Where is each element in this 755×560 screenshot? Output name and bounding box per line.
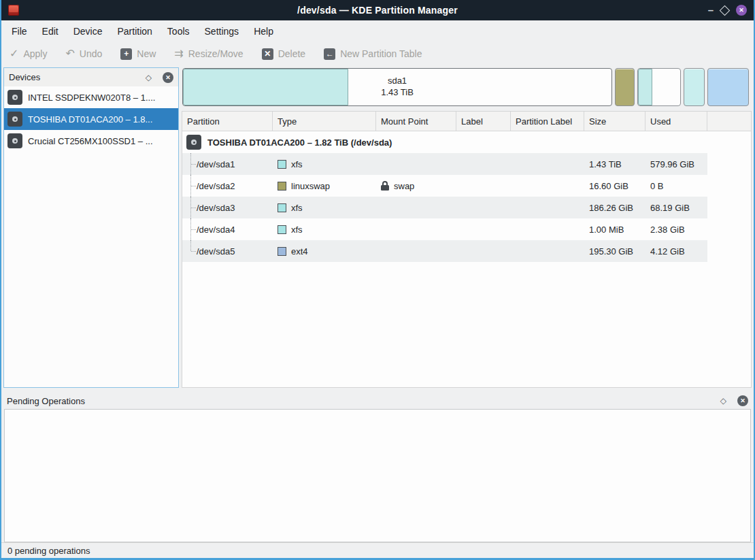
device-list-item-toshiba[interactable]: TOSHIBA DT01ACA200 – 1.8... [4,108,178,130]
menu-help[interactable]: Help [246,23,281,39]
hard-drive-icon [7,112,22,127]
filesystem-type: xfs [291,203,303,213]
device-group-label: TOSHIBA DT01ACA200 – 1.82 TiB (/dev/sda) [207,137,392,148]
delete-label: Delete [278,48,305,59]
label-cell [456,153,511,175]
delete-icon: ✕ [262,48,273,60]
mount-point-cell [376,153,456,175]
app-icon [8,5,19,16]
device-list-item-crucial[interactable]: Crucial CT256MX100SSD1 – ... [4,130,178,152]
partition-bar-block-sda5[interactable] [707,68,749,106]
table-row-sda3[interactable]: /dev/sda3 xfs 186.26 GiB 68.19 GiB [182,197,707,218]
mount-point-cell [376,218,456,240]
size-value: 1.43 TiB [589,159,622,169]
column-header-partition-label[interactable]: Partition Label [511,112,584,131]
menu-tools[interactable]: Tools [160,23,197,39]
label-cell [456,218,511,240]
table-header: Partition Type Mount Point Label Partiti… [182,112,751,131]
size-cell: 186.26 GiB [584,197,645,218]
new-partition-table-label: New Partition Table [340,48,422,59]
hard-drive-icon [7,90,22,105]
size-cell: 195.30 GiB [584,240,645,262]
column-header-partition[interactable]: Partition [182,112,273,131]
menu-file[interactable]: File [4,23,35,39]
status-text: 0 pending operations [7,546,90,556]
menu-edit[interactable]: Edit [35,23,66,39]
filesystem-type: linuxswap [291,181,330,191]
menu-settings[interactable]: Settings [197,23,247,39]
column-header-type[interactable]: Type [273,112,376,131]
partition-cell: /dev/sda1 [182,153,273,175]
table-row-sda4[interactable]: /dev/sda4 xfs 1.00 MiB 2.38 GiB [182,218,707,240]
tree-branch [186,218,197,240]
partition-bar-name: sda1 [388,76,407,87]
type-cell: xfs [273,197,376,218]
partition-bar-block-sda2[interactable] [615,68,635,106]
column-header-label[interactable]: Label [456,112,511,131]
device-label: INTEL SSDPEKNW020T8 – 1.... [28,93,155,103]
type-cell: xfs [273,218,376,240]
partition-cell: /dev/sda2 [182,175,273,197]
partition-bar-block-sda1[interactable]: sda1 1.43 TiB [182,68,612,106]
float-panel-icon[interactable]: ◇ [146,73,152,82]
tree-branch [186,240,197,262]
titlebar[interactable]: /dev/sda — KDE Partition Manager – ✕ [1,0,754,20]
partition-bar-block-sda4[interactable] [684,68,705,106]
filesystem-type: xfs [291,159,303,169]
label-cell [456,197,511,218]
menu-device[interactable]: Device [66,23,110,39]
menu-partition[interactable]: Partition [110,23,159,39]
partition-bar-block-sda3[interactable] [637,68,681,106]
label-cell [456,175,511,197]
type-cell: linuxswap [273,175,376,197]
devices-panel-title: Devices [9,72,40,82]
window-controls: – ✕ [708,5,747,16]
apply-button[interactable]: ✓ Apply [10,48,47,59]
table-row-sda2[interactable]: /dev/sda2 linuxswap swap 16.60 GiB 0 B [182,175,707,197]
used-cell: 579.96 GiB [645,153,707,175]
maximize-button[interactable] [720,5,731,16]
undo-button[interactable]: ↶ Undo [65,48,102,59]
column-header-mount-point[interactable]: Mount Point [376,112,456,131]
close-panel-icon[interactable]: ✕ [737,395,748,406]
device-list-item-intel[interactable]: INTEL SSDPEKNW020T8 – 1.... [4,86,178,108]
size-value: 16.60 GiB [589,181,628,191]
size-value: 195.30 GiB [589,246,633,257]
device-label: TOSHIBA DT01ACA200 – 1.8... [28,114,152,125]
filesystem-type: xfs [291,225,303,235]
kde-partition-manager-window: /dev/sda — KDE Partition Manager – ✕ Fil… [0,0,755,560]
column-header-filler [707,112,751,131]
toolbar: ✓ Apply ↶ Undo + New ⇉ Resize/Move ✕ Del… [1,42,754,65]
partition-cell: /dev/sda5 [182,240,273,262]
minimize-button[interactable]: – [708,5,714,16]
new-label: New [137,48,156,59]
table-row-sda1[interactable]: /dev/sda1 xfs 1.43 TiB 579.96 GiB [182,153,707,175]
partition-bar-size: 1.43 TiB [381,87,414,99]
type-cell: xfs [273,153,376,175]
undo-arrow-icon: ↶ [65,48,74,59]
pending-operations-header: Pending Operations ◇ ✕ [1,393,754,409]
used-cell: 68.19 GiB [645,197,707,218]
new-partition-table-button[interactable]: ← New Partition Table [324,48,422,60]
mount-point-cell [376,240,456,262]
partition-label-cell [511,240,584,262]
delete-button[interactable]: ✕ Delete [262,48,305,60]
partition-label-cell [511,197,584,218]
used-value: 68.19 GiB [650,203,690,213]
column-header-size[interactable]: Size [584,112,645,131]
resize-move-button[interactable]: ⇉ Resize/Move [174,48,243,59]
float-panel-icon[interactable]: ◇ [720,397,726,405]
partition-label-cell [511,218,584,240]
close-panel-icon[interactable]: ✕ [163,72,173,83]
partition-name: /dev/sda1 [197,159,235,169]
partition-bar-label: sda1 1.43 TiB [183,69,611,105]
partition-name: /dev/sda5 [197,246,235,257]
device-group-row[interactable]: TOSHIBA DT01ACA200 – 1.82 TiB (/dev/sda) [182,131,707,153]
new-partition-button[interactable]: + New [120,48,156,60]
pending-operations-title: Pending Operations [7,396,85,406]
resize-move-label: Resize/Move [188,48,244,59]
undo-label: Undo [80,48,102,59]
table-row-sda5[interactable]: /dev/sda5 ext4 195.30 GiB 4.12 GiB [182,240,707,262]
close-button[interactable]: ✕ [736,5,747,16]
column-header-used[interactable]: Used [645,112,707,131]
